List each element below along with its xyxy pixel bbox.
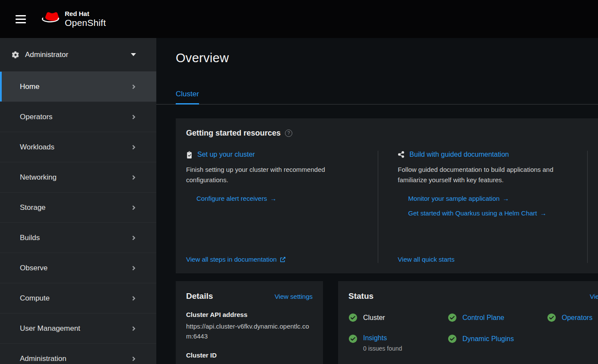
cluster-id-label: Cluster ID bbox=[186, 351, 313, 359]
help-icon-glyph: ? bbox=[288, 131, 290, 136]
status-item-control-plane: Control Plane bbox=[448, 313, 547, 322]
nav-label: Builds bbox=[20, 234, 40, 242]
sidebar-item-user-management[interactable]: User Management bbox=[0, 313, 156, 344]
sidebar-item-networking[interactable]: Networking bbox=[0, 162, 156, 193]
details-title: Details bbox=[186, 291, 213, 301]
setup-cluster-link[interactable]: Set up your cluster bbox=[197, 151, 255, 158]
check-circle-icon bbox=[348, 334, 358, 343]
view-all-quick-starts-link[interactable]: View all quick starts bbox=[398, 256, 587, 263]
operators-link[interactable]: Operators bbox=[562, 313, 592, 322]
configure-alert-receivers-link[interactable]: Configure alert receivers→ bbox=[196, 195, 365, 202]
guided-documentation-description: Follow guided documentation to build app… bbox=[398, 165, 579, 185]
help-icon[interactable]: ? bbox=[285, 130, 292, 137]
nav-label: Workloads bbox=[20, 143, 54, 152]
cluster-api-address-value: https://api.cluster-v6fkv.dynamic.opentl… bbox=[186, 321, 313, 342]
arrow-right-icon: → bbox=[503, 195, 509, 202]
status-item-insights: Insights 0 issues found bbox=[348, 334, 448, 352]
tab-label: Cluster bbox=[176, 90, 199, 98]
view-settings-link[interactable]: View settings bbox=[275, 293, 313, 300]
details-card: Details View settings Cluster API addres… bbox=[176, 281, 323, 364]
sidebar-item-storage[interactable]: Storage bbox=[0, 193, 156, 223]
nav-label: Administration bbox=[20, 355, 66, 363]
guided-documentation-column: Build with guided documentation Follow g… bbox=[378, 151, 587, 263]
sidebar-item-workloads[interactable]: Workloads bbox=[0, 132, 156, 162]
nav-label: Storage bbox=[20, 203, 46, 212]
nav-label: Home bbox=[20, 82, 39, 91]
check-circle-icon bbox=[547, 313, 556, 322]
brand-logo[interactable]: Red Hat OpenShift bbox=[41, 10, 106, 28]
chevron-right-icon bbox=[132, 174, 136, 181]
arrow-right-icon: → bbox=[540, 209, 547, 217]
view-alerts-link[interactable]: View alerts bbox=[590, 293, 598, 300]
getting-started-title: Getting started resources bbox=[186, 129, 281, 138]
link-label: Monitor your sample application bbox=[408, 195, 500, 202]
brand-redhat-text: Red Hat bbox=[65, 10, 106, 17]
nav-label: Compute bbox=[20, 294, 50, 303]
perspective-label: Administrator bbox=[25, 51, 68, 59]
check-circle-icon bbox=[448, 313, 457, 322]
getting-started-card: Getting started resources ? Set up your … bbox=[176, 118, 598, 273]
control-plane-link[interactable]: Control Plane bbox=[462, 313, 504, 322]
column-divider bbox=[587, 151, 588, 263]
cluster-api-address-label: Cluster API address bbox=[186, 311, 313, 318]
guided-docs-icon bbox=[398, 151, 405, 158]
chevron-right-icon bbox=[132, 144, 136, 151]
nav-toggle-button[interactable] bbox=[11, 9, 30, 28]
status-card: Status View alerts Cluster bbox=[338, 281, 598, 364]
redhat-fedora-icon bbox=[41, 12, 60, 25]
overview-dashboard: Getting started resources ? Set up your … bbox=[156, 104, 598, 364]
check-circle-icon bbox=[448, 334, 457, 343]
link-label: View all steps in documentation bbox=[186, 256, 277, 263]
status-label-cluster: Cluster bbox=[363, 313, 385, 322]
brand-openshift-text: OpenShift bbox=[65, 18, 106, 28]
nav-label: User Management bbox=[20, 324, 80, 333]
status-item-dynamic-plugins: Dynamic Plugins bbox=[448, 334, 547, 352]
caret-down-icon bbox=[131, 53, 136, 56]
chevron-right-icon bbox=[132, 265, 136, 272]
status-title: Status bbox=[348, 291, 373, 301]
main-content: Overview Cluster Getting started resourc… bbox=[156, 38, 598, 364]
chevron-right-icon bbox=[132, 325, 136, 332]
status-item-cluster: Cluster bbox=[348, 313, 448, 322]
gear-icon bbox=[12, 51, 19, 58]
sidebar-item-compute[interactable]: Compute bbox=[0, 283, 156, 313]
chevron-right-icon bbox=[132, 204, 136, 211]
sidebar-item-operators[interactable]: Operators bbox=[0, 102, 156, 132]
sidebar-nav: Administrator Home Operators Workloads N… bbox=[0, 38, 156, 364]
hamburger-icon bbox=[16, 19, 26, 20]
page-title: Overview bbox=[176, 50, 598, 66]
setup-cluster-description: Finish setting up your cluster with reco… bbox=[186, 165, 365, 185]
setup-cluster-column: Set up your cluster Finish setting up yo… bbox=[186, 151, 365, 263]
sidebar-item-home[interactable]: Home bbox=[0, 72, 156, 102]
link-label: Configure alert receivers bbox=[196, 195, 267, 202]
insights-issues-count: 0 issues found bbox=[363, 345, 402, 352]
dynamic-plugins-link[interactable]: Dynamic Plugins bbox=[462, 334, 514, 343]
insights-link[interactable]: Insights bbox=[363, 333, 387, 342]
monitor-sample-application-link[interactable]: Monitor your sample application→ bbox=[408, 195, 587, 202]
quarkus-helm-chart-link[interactable]: Get started with Quarkus using a Helm Ch… bbox=[408, 209, 587, 217]
chevron-right-icon bbox=[132, 83, 136, 90]
sidebar-item-observe[interactable]: Observe bbox=[0, 253, 156, 283]
masthead: Red Hat OpenShift bbox=[0, 0, 598, 38]
perspective-switcher[interactable]: Administrator bbox=[0, 38, 156, 72]
arrow-right-icon: → bbox=[270, 195, 276, 202]
tab-bar: Cluster bbox=[156, 90, 598, 104]
guided-documentation-link[interactable]: Build with guided documentation bbox=[409, 151, 509, 158]
chevron-right-icon bbox=[132, 295, 136, 302]
sidebar-item-administration[interactable]: Administration bbox=[0, 344, 156, 364]
clipboard-check-icon bbox=[186, 151, 193, 158]
link-label: View all quick starts bbox=[398, 256, 454, 263]
sidebar-item-builds[interactable]: Builds bbox=[0, 223, 156, 253]
view-all-steps-link[interactable]: View all steps in documentation bbox=[186, 256, 365, 263]
link-label: Get started with Quarkus using a Helm Ch… bbox=[408, 209, 537, 217]
chevron-right-icon bbox=[132, 355, 136, 362]
nav-label: Networking bbox=[20, 173, 57, 182]
nav-label: Operators bbox=[20, 113, 53, 121]
tab-cluster[interactable]: Cluster bbox=[176, 90, 199, 104]
chevron-right-icon bbox=[132, 234, 136, 241]
sidebar-nav-list: Home Operators Workloads Networking Stor… bbox=[0, 72, 156, 364]
chevron-right-icon bbox=[132, 114, 136, 120]
nav-label: Observe bbox=[20, 264, 47, 272]
external-link-icon bbox=[280, 257, 285, 262]
status-item-operators: Operators bbox=[547, 313, 598, 322]
